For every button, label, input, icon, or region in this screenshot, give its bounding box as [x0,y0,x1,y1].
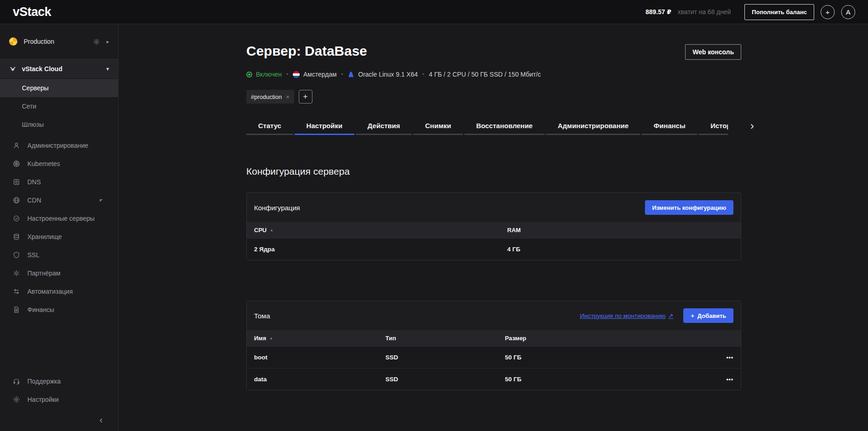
sidebar-item-gateways[interactable]: Шлюзы [0,115,118,134]
expand-corner-icon[interactable]: ◤ [100,198,103,203]
sidebar-item-administration[interactable]: Администрирование [0,136,118,155]
tabs-bar: Статус Настройки Действия Снимки Восстан… [246,118,741,135]
topup-balance-button[interactable]: Пополнить баланс [744,4,814,20]
cpu-value: 2 Ядра [247,239,500,260]
project-color-icon [9,37,17,46]
dot-separator: • [286,71,288,78]
row-more-button[interactable]: ••• [726,377,733,382]
tab-settings[interactable]: Настройки [295,118,354,135]
dns-icon [13,178,20,186]
plus-icon: + [691,312,694,319]
change-configuration-button[interactable]: Изменить конфигурацию [645,200,733,215]
dot-separator: • [422,71,424,78]
plus-icon: + [826,8,830,16]
location-label: Амстердам [303,71,337,78]
volumes-card-title: Тома [254,312,270,320]
tags-row: #production × + [246,90,741,104]
column-header-ram: RAM [500,222,741,238]
sidebar-item-label: Хранилище [27,233,109,240]
volume-size: 50 ГБ [498,347,715,368]
transfer-arrows-icon [13,288,20,295]
avatar-initial: A [846,8,850,16]
sidebar-item-configured-servers[interactable]: Настроенные серверы [0,209,118,228]
chevron-down-icon[interactable]: ▾ [106,66,109,72]
column-label: Размер [505,335,526,342]
web-console-button[interactable]: Web консоль [685,44,741,60]
column-label: Имя [254,335,266,342]
configuration-card: Конфигурация Изменить конфигурацию CPU ▲… [246,192,741,260]
project-expand-icon[interactable]: ▸ [106,39,109,45]
gear-check-icon [13,215,20,222]
configuration-card-title: Конфигурация [254,204,300,212]
sidebar-item-settings[interactable]: Настройки [0,390,118,409]
sidebar-item-servers[interactable]: Серверы [0,79,118,97]
sidebar-item-label: Настройки [27,396,109,403]
remove-tag-icon[interactable]: × [286,93,290,100]
row-more-button[interactable]: ••• [726,355,733,360]
sidebar-item-support[interactable]: Поддержка [0,372,118,390]
volume-row: data SSD 50 ГБ ••• [247,368,741,390]
sidebar: Production ▸ vStack Cloud ▾ Серверы Сети [0,24,119,431]
tabs-scroll-right-icon[interactable]: › [750,119,754,133]
sidebar-collapse[interactable]: ‹ [0,409,118,431]
os-label: Oracle Linux 9.1 X64 [358,71,418,78]
sidebar-item-ssl[interactable]: SSL [0,246,118,264]
tab-actions[interactable]: Действия [356,118,412,135]
vstack-cloud-logo-icon [9,65,16,73]
volumes-table-header: Имя ▲ Тип Размер [247,330,741,346]
sort-asc-icon: ▲ [270,336,273,340]
plus-icon: + [303,92,308,101]
power-status-label: Включен [256,71,282,78]
sidebar-item-label: SSL [27,251,109,259]
add-tag-button[interactable]: + [299,90,312,104]
linux-penguin-icon [348,71,354,78]
sidebar-item-partners[interactable]: Партнёрам [0,264,118,282]
sidebar-item-dns[interactable]: DNS [0,173,118,191]
sidebar-item-label: Финансы [27,306,109,313]
sidebar-item-label: Серверы [22,84,109,92]
project-settings-gear-icon[interactable] [93,38,100,45]
vstack-cloud-label: vStack Cloud [22,65,101,73]
add-volume-button[interactable]: + Добавить [683,308,733,323]
section-title: Конфигурация сервера [246,166,741,177]
os-info: Oracle Linux 9.1 X64 [348,71,418,78]
gear-icon [13,396,20,403]
column-header-name[interactable]: Имя ▲ [247,330,378,346]
tab-recovery[interactable]: Восстановление [464,118,545,135]
database-icon [13,233,20,240]
column-header-cpu[interactable]: CPU ▲ [247,222,500,238]
sidebar-item-finance[interactable]: Финансы [0,301,118,319]
column-label: Тип [385,335,396,342]
sidebar-item-networks[interactable]: Сети [0,97,118,115]
sidebar-item-cdn[interactable]: CDN ◤ [0,191,118,209]
sidebar-item-kubernetes[interactable]: Kubernetes [0,155,118,173]
tab-history[interactable]: История [699,118,728,135]
sidebar-item-label: CDN [27,197,93,204]
sort-asc-icon: ▲ [270,228,273,232]
headset-icon [13,378,20,385]
tab-administration[interactable]: Администрирование [546,118,640,135]
app-logo[interactable]: vStack [13,5,51,19]
sidebar-item-automation[interactable]: Автоматизация [0,282,118,301]
sidebar-item-storage[interactable]: Хранилище [0,228,118,246]
mount-instruction-link[interactable]: Инструкция по монтированию ↗ [580,312,673,319]
tab-snapshots[interactable]: Снимки [413,118,463,135]
sidebar-item-label: Автоматизация [27,288,109,295]
tab-status[interactable]: Статус [246,118,293,135]
tag-chip[interactable]: #production × [246,90,294,104]
shield-icon [13,251,20,259]
column-label: RAM [507,227,521,234]
create-button[interactable]: + [821,5,835,19]
balance-amount: 889.57 ₽ [645,8,671,16]
tab-finance[interactable]: Финансы [642,118,697,135]
chevron-left-icon: ‹ [99,415,103,425]
main-content: Сервер: DataBase Web консоль Включен • А… [119,24,868,431]
project-switcher[interactable]: Production ▸ [0,24,118,59]
configuration-table-header: CPU ▲ RAM [247,222,741,238]
server-status-row: Включен • Амстердам • Oracle Linux 9.1 X… [246,71,741,78]
sidebar-section-vstack-cloud[interactable]: vStack Cloud ▾ [0,59,118,79]
document-icon [13,306,20,313]
project-name: Production [24,38,87,45]
avatar[interactable]: A [841,5,855,19]
column-label: CPU [254,227,266,234]
